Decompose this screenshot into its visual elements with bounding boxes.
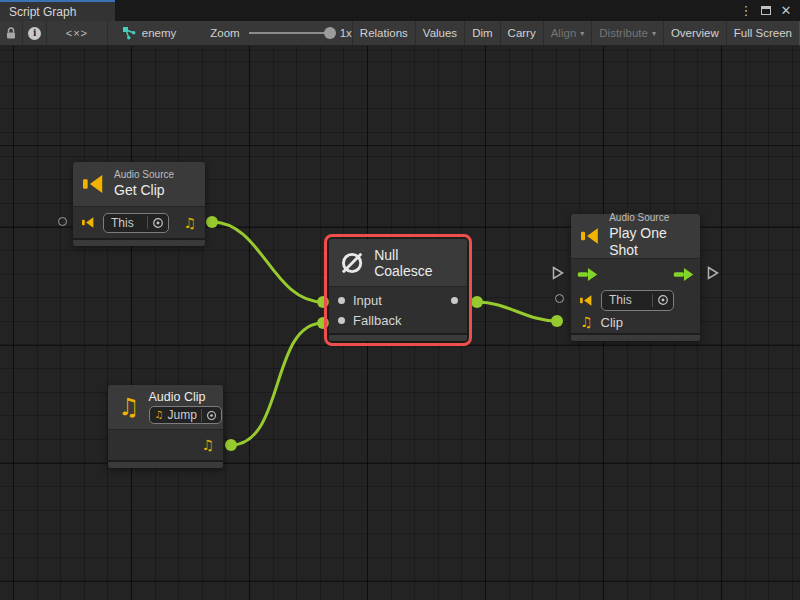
wire-getclip-to-input[interactable]	[212, 222, 323, 302]
field-divider	[201, 409, 202, 422]
flow-out-arrow-icon[interactable]	[673, 268, 694, 281]
node-header[interactable]: Audio Source Play One Shot	[571, 214, 700, 258]
node-category: Audio Source	[114, 169, 174, 182]
node-titles: Audio Source Get Clip	[114, 169, 174, 199]
music-note-icon: ♫	[580, 315, 593, 329]
carry-button[interactable]: Carry	[501, 21, 544, 45]
node-body: ♫	[108, 429, 223, 460]
node-title: Play One Shot	[609, 225, 688, 260]
wire-endpoint[interactable]	[206, 216, 218, 228]
get-clip-this-port[interactable]	[58, 217, 67, 226]
play-one-shot-this-port[interactable]	[555, 294, 564, 303]
align-button[interactable]: Align▾	[544, 21, 593, 45]
node-body: This ♫	[73, 206, 205, 238]
clip-object-field[interactable]: ♫ Jump	[149, 406, 222, 424]
dim-button[interactable]: Dim	[465, 21, 500, 45]
node-footer	[108, 460, 223, 468]
input-port[interactable]	[338, 297, 345, 304]
fallback-port-row: Fallback	[329, 310, 467, 330]
close-icon[interactable]: ✕	[778, 3, 794, 19]
wire-endpoint[interactable]	[317, 317, 329, 329]
control-flow-row	[571, 259, 700, 289]
object-picker-icon[interactable]	[657, 294, 669, 306]
object-picker-icon[interactable]	[152, 217, 164, 229]
edit-graph-button[interactable]: <×>	[47, 21, 108, 45]
distribute-button[interactable]: Distribute▾	[592, 21, 664, 45]
node-titles: Audio Clip ♫ Jump	[149, 390, 222, 425]
node-header[interactable]: Null Coalesce	[329, 239, 467, 286]
object-picker-icon[interactable]	[206, 410, 217, 421]
zoom-slider[interactable]	[249, 32, 331, 34]
maximize-glyph	[761, 6, 771, 15]
clip-port-label: Clip	[601, 315, 623, 330]
inspect-button[interactable]: i	[23, 21, 46, 45]
relations-label: Relations	[360, 27, 408, 39]
node-null-coalesce[interactable]: Null Coalesce Input Fallback	[329, 239, 467, 341]
info-icon: i	[28, 27, 41, 40]
node-footer	[571, 333, 700, 341]
node-footer	[329, 333, 467, 341]
zoom-control: Zoom 1x	[210, 21, 352, 45]
node-body: Input Fallback	[329, 286, 467, 333]
flow-in-port[interactable]	[552, 266, 564, 280]
node-category: Audio Source	[609, 212, 688, 225]
node-header[interactable]: ♫ Audio Clip ♫ Jump	[108, 385, 223, 429]
audio-clip-icon: ♫	[118, 395, 140, 419]
wire-audioclip-to-fallback[interactable]	[231, 323, 323, 445]
audio-source-icon	[581, 225, 600, 247]
lock-button[interactable]	[0, 21, 23, 45]
node-title: Null Coalesce	[374, 247, 455, 279]
wire-endpoint[interactable]	[317, 296, 329, 308]
maximize-icon[interactable]	[758, 3, 774, 19]
this-value: This	[111, 216, 143, 230]
zoom-value: 1x	[340, 27, 352, 39]
field-divider	[147, 216, 148, 229]
audio-clip-port-icon[interactable]: ♫	[201, 438, 214, 452]
tab-script-graph[interactable]: Script Graph	[0, 0, 115, 21]
code-icon: <×>	[66, 27, 88, 39]
this-object-field[interactable]: This	[601, 290, 674, 311]
node-header[interactable]: Audio Source Get Clip	[73, 162, 205, 206]
fallback-port[interactable]	[338, 317, 345, 324]
values-label: Values	[423, 27, 457, 39]
node-title: Audio Clip	[149, 390, 222, 406]
overview-button[interactable]: Overview	[664, 21, 727, 45]
dim-label: Dim	[472, 27, 492, 39]
input-port-label: Input	[353, 293, 382, 308]
graph-reference[interactable]: enemy	[122, 21, 177, 45]
music-note-icon: ♫	[155, 410, 164, 420]
result-port[interactable]	[451, 297, 458, 304]
audio-source-icon	[83, 173, 105, 195]
chevron-down-icon: ▾	[652, 29, 656, 38]
clip-value: Jump	[167, 408, 196, 423]
overview-label: Overview	[671, 27, 719, 39]
this-port-row: This	[571, 289, 700, 311]
input-port-row: Input	[329, 290, 467, 310]
node-get-clip[interactable]: Audio Source Get Clip This ♫	[73, 162, 205, 246]
lock-icon	[5, 27, 17, 40]
distribute-label: Distribute	[599, 27, 648, 39]
node-play-one-shot[interactable]: Audio Source Play One Shot This ♫	[571, 214, 700, 341]
this-object-field[interactable]: This	[103, 213, 169, 233]
wire-endpoint[interactable]	[225, 439, 237, 451]
node-body: This ♫ Clip	[571, 258, 700, 333]
wire-output-to-clip[interactable]	[477, 302, 557, 321]
flow-out-port[interactable]	[707, 266, 719, 280]
audio-clip-port-icon[interactable]: ♫	[183, 216, 196, 230]
graph-canvas[interactable]: Audio Source Get Clip This ♫	[0, 46, 800, 600]
relations-button[interactable]: Relations	[353, 21, 416, 45]
wire-endpoint[interactable]	[471, 296, 483, 308]
graph-icon	[122, 26, 136, 40]
clip-port-row: ♫ Clip	[571, 311, 700, 333]
zoom-slider-handle[interactable]	[324, 27, 336, 39]
values-button[interactable]: Values	[416, 21, 465, 45]
field-divider	[652, 294, 653, 307]
full-screen-button[interactable]: Full Screen	[727, 21, 799, 45]
audio-source-icon	[82, 216, 95, 229]
kebab-menu-icon[interactable]: ⋮	[738, 3, 754, 19]
wire-endpoint[interactable]	[551, 315, 563, 327]
node-audio-clip[interactable]: ♫ Audio Clip ♫ Jump ♫	[108, 385, 223, 468]
node-titles: Audio Source Play One Shot	[609, 212, 688, 260]
flow-in-arrow-icon[interactable]	[577, 268, 598, 281]
fallback-port-label: Fallback	[353, 313, 401, 328]
